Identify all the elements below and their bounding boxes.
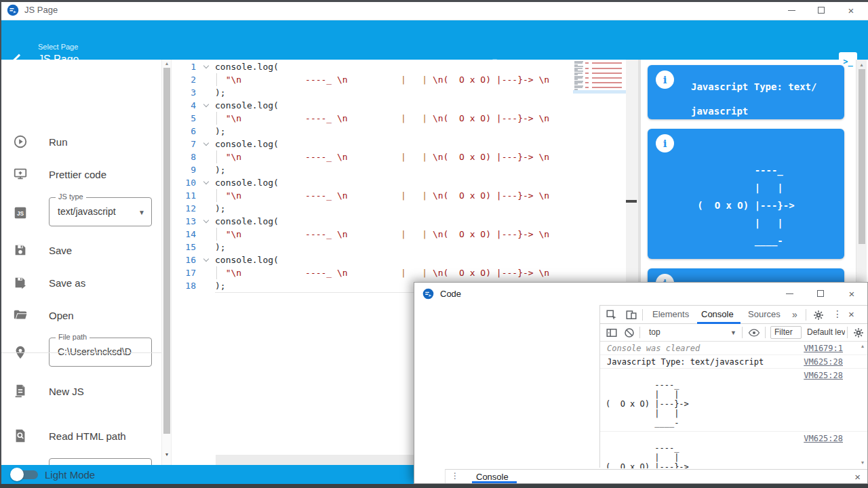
- editor-line[interactable]: 3);: [172, 86, 573, 99]
- editor-line[interactable]: 9);: [172, 163, 573, 176]
- tab-sources[interactable]: Sources: [748, 309, 781, 319]
- inspect-element-icon[interactable]: [606, 309, 618, 321]
- drawer-tab-console[interactable]: Console: [476, 472, 509, 482]
- source-link[interactable]: VM1679:1: [804, 344, 843, 353]
- document-search-icon: [13, 428, 28, 443]
- editor-line[interactable]: 10console.log(: [172, 176, 573, 189]
- fold-chevron-icon[interactable]: [201, 138, 215, 150]
- editor-line[interactable]: 15);: [172, 241, 573, 253]
- editor-line[interactable]: 2 "\n ----_ \n | | \n( O x O) |---}-> \n: [172, 73, 573, 86]
- overflow-menu-icon[interactable]: ⋮: [833, 308, 842, 319]
- editor-line[interactable]: 17 "\n ----_ \n | | \n( O x O) |---}-> \…: [172, 266, 573, 279]
- sidebar-item-read-html-path[interactable]: Read HTML path: [0, 425, 161, 447]
- more-tabs-icon[interactable]: »: [792, 309, 797, 320]
- editor-line[interactable]: 8 "\n ----_ \n | | \n( O x O) |---}-> \n: [172, 150, 573, 163]
- scroll-down-arrow-icon[interactable]: ▾: [162, 451, 172, 458]
- sidebar-scrollbar[interactable]: ▴ ▾: [161, 60, 171, 465]
- log-level-select[interactable]: Default lev: [807, 327, 845, 337]
- select-page-label: Select Page: [38, 43, 78, 51]
- scroll-up-arrow-icon[interactable]: ▴: [858, 343, 867, 349]
- light-mode-label: Light Mode: [45, 469, 95, 481]
- sidebar-item-prettier-code[interactable]: Prettier code: [0, 163, 161, 185]
- editor-line[interactable]: 14 "\n ----_ \n | | \n( O x O) |---}-> \…: [172, 228, 573, 241]
- tab-elements[interactable]: Elements: [652, 309, 689, 319]
- line-number: 2: [172, 73, 201, 86]
- fold-chevron-icon[interactable]: [201, 253, 215, 266]
- drawer-close-icon[interactable]: ×: [854, 471, 861, 483]
- fold-chevron-icon: [201, 86, 215, 99]
- editor-line[interactable]: 11 "\n ----_ \n | | \n( O x O) |---}-> \…: [172, 189, 573, 202]
- console-scrollbar[interactable]: ▴ ▾: [858, 342, 867, 468]
- play-circle-icon: [13, 134, 28, 149]
- settings-gear-icon[interactable]: [812, 309, 825, 321]
- scroll-down-arrow-icon[interactable]: ▾: [858, 460, 867, 466]
- fold-chevron-icon[interactable]: [201, 215, 215, 228]
- divider: [806, 309, 806, 321]
- info-card-text: Javascript Type: text/javascript: [691, 75, 821, 123]
- editor-line[interactable]: 7console.log(: [172, 138, 573, 150]
- editor-line[interactable]: 16console.log(: [172, 253, 573, 266]
- devtools-close-icon[interactable]: ×: [848, 308, 854, 320]
- info-card-ascii-art: i ----_ | | ( O x O) |---}-> | | ____-: [648, 129, 844, 259]
- line-number: 17: [172, 266, 201, 279]
- source-link[interactable]: VM625:28: [804, 434, 843, 443]
- close-button[interactable]: ×: [842, 286, 862, 301]
- console-toolbar: top ▼ Filter Default lev: [600, 324, 867, 342]
- overflow-menu-icon[interactable]: ⋮: [451, 471, 459, 481]
- maximize-button[interactable]: [811, 3, 831, 18]
- live-expression-eye-icon[interactable]: [748, 327, 760, 339]
- source-link[interactable]: VM625:28: [804, 371, 843, 380]
- divider: [642, 309, 643, 321]
- source-link[interactable]: VM625:28: [804, 357, 843, 367]
- device-toolbar-icon[interactable]: [625, 309, 637, 321]
- context-selector[interactable]: top: [649, 327, 660, 337]
- code-text: );: [215, 163, 226, 176]
- code-text: );: [215, 241, 226, 253]
- scroll-up-arrow-icon[interactable]: ▴: [162, 60, 172, 66]
- console-sidebar-icon[interactable]: [606, 327, 618, 339]
- tab-console[interactable]: Console: [701, 309, 734, 319]
- code-text: console.log(: [215, 215, 279, 228]
- editor-line[interactable]: 13console.log(: [172, 215, 573, 228]
- code-window-title: Code: [440, 289, 461, 299]
- code-text: "\n ----_ \n | | \n( O x O) |---}-> \n: [215, 112, 549, 125]
- fold-chevron-icon[interactable]: [201, 99, 215, 112]
- sidebar-item-new-js[interactable]: New JS: [0, 380, 161, 402]
- editor-line[interactable]: 12);: [172, 202, 573, 215]
- console-text: Console was cleared: [607, 344, 700, 353]
- devtools-tab-bar: Elements Console Sources » ⋮ ×: [600, 306, 867, 324]
- line-number: 11: [172, 189, 201, 202]
- close-button[interactable]: ×: [841, 3, 861, 18]
- editor-lines: 1console.log(2 "\n ----_ \n | | \n( O x …: [172, 60, 573, 292]
- sidebar-item-save[interactable]: Save: [0, 239, 161, 261]
- scrollbar-thumb[interactable]: [859, 69, 865, 244]
- toggle-knob[interactable]: [10, 468, 24, 481]
- editor-line[interactable]: 5 "\n ----_ \n | | \n( O x O) |---}-> \n: [172, 112, 573, 125]
- minimize-button[interactable]: [781, 3, 802, 18]
- editor-line[interactable]: 6);: [172, 125, 573, 138]
- sidebar-item-open[interactable]: Open: [0, 304, 161, 326]
- line-number: 8: [172, 150, 201, 163]
- fold-chevron-icon: [201, 112, 215, 125]
- sidebar-item-save-as[interactable]: Save as: [0, 272, 161, 293]
- scrollbar-thumb[interactable]: [626, 200, 637, 203]
- sidebar-item-run[interactable]: Run: [0, 131, 161, 152]
- fold-chevron-icon[interactable]: [201, 176, 215, 189]
- scrollbar-thumb[interactable]: [163, 68, 170, 434]
- code-text: );: [215, 202, 226, 215]
- save-icon: [13, 243, 28, 258]
- active-tab-underline: [472, 481, 517, 483]
- save-as-icon: [13, 275, 28, 290]
- screen-edge: [0, 484, 868, 488]
- maximize-button[interactable]: [810, 286, 831, 301]
- console-settings-gear-icon[interactable]: [852, 327, 865, 339]
- editor-line[interactable]: 1console.log(: [172, 60, 573, 73]
- filter-input[interactable]: Filter: [770, 326, 802, 339]
- minimize-button[interactable]: [779, 286, 800, 301]
- clear-console-icon[interactable]: [623, 327, 635, 339]
- scroll-up-arrow-icon[interactable]: ▴: [856, 62, 867, 68]
- fold-chevron-icon[interactable]: [201, 60, 215, 73]
- js-type-select[interactable]: JS type text/javascript ▼: [49, 197, 152, 226]
- editor-line[interactable]: 4console.log(: [172, 99, 573, 112]
- fold-chevron-icon: [201, 228, 215, 241]
